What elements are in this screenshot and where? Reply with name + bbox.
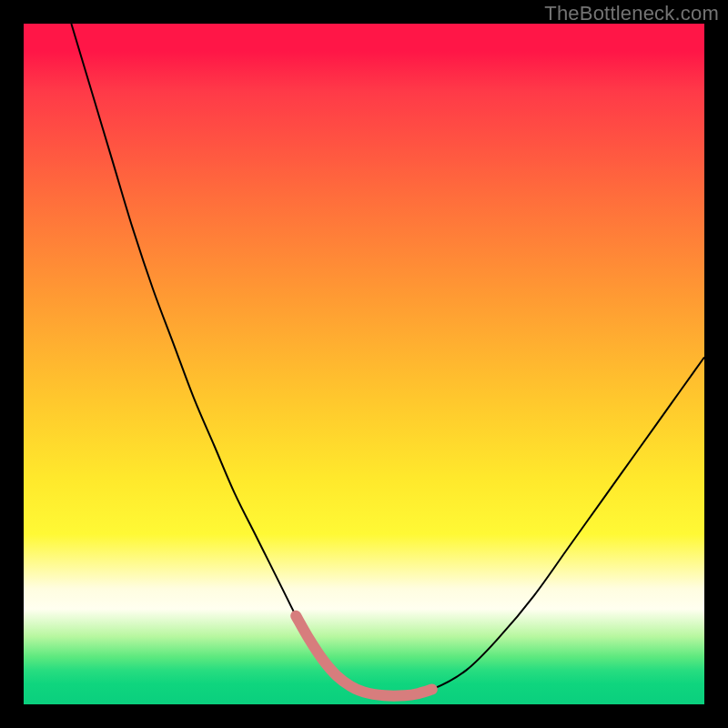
series-highlight-segment bbox=[296, 616, 432, 696]
series-bottleneck-curve bbox=[71, 24, 704, 696]
watermark-text: TheBottleneck.com bbox=[544, 2, 719, 25]
chart-svg bbox=[24, 24, 704, 704]
series-layer bbox=[71, 24, 704, 696]
chart-frame: TheBottleneck.com bbox=[0, 0, 728, 728]
